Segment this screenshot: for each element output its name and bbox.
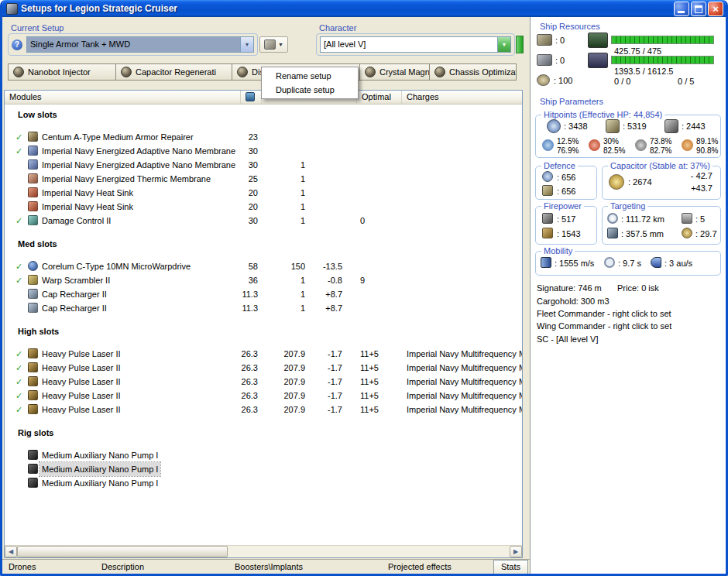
speed-icon xyxy=(541,257,551,268)
scrollbar-thumb[interactable] xyxy=(17,546,228,557)
cpu-bar xyxy=(611,36,714,44)
subsystem-tab-label: Crystal Magnifi xyxy=(379,67,430,77)
tab-stats[interactable]: Stats xyxy=(493,560,528,574)
em-shield-resist: 12.5% xyxy=(557,137,579,146)
thermal-armor-resist: 82.5% xyxy=(603,146,625,155)
em-resist-icon xyxy=(542,139,554,151)
turret-hardpoints-value: : 0 xyxy=(555,36,565,45)
scroll-left-button[interactable]: ◀ xyxy=(5,546,17,557)
close-button[interactable]: × xyxy=(708,2,723,16)
menu-item-duplicate-setup[interactable]: Duplicate setup xyxy=(262,83,358,97)
module-row[interactable]: Imperial Navy Heat Sink201 xyxy=(5,200,522,214)
cpu-column-header[interactable] xyxy=(241,91,262,104)
turret-hardpoints-icon xyxy=(537,34,552,46)
slot-group-label: Low slots xyxy=(5,105,522,130)
menu-item-rename-setup[interactable]: Rename setup xyxy=(262,69,358,83)
setup-select-arrow-icon[interactable]: ▼ xyxy=(240,37,253,52)
active-check-icon: ✓ xyxy=(15,144,26,158)
align-time-value: : 9.7 s xyxy=(618,259,641,268)
targeting-range-icon xyxy=(607,213,618,224)
module-name: Medium Auxiliary Nano Pump I xyxy=(42,476,158,490)
setup-select[interactable]: Single Armor Tank + MWD ▼ xyxy=(26,36,254,53)
module-name: Heavy Pulse Laser II xyxy=(42,389,121,403)
module-row[interactable]: ✓Heavy Pulse Laser II26.3207.9-1.711+5Im… xyxy=(5,347,522,361)
horizontal-scrollbar[interactable]: ◀ ▶ xyxy=(5,545,522,557)
window-body: Current Setup ? Single Armor Tank + MWD … xyxy=(2,17,726,574)
module-row[interactable]: ✓Corelum C-Type 10MN MicroWarpdrive58150… xyxy=(5,259,522,273)
module-row[interactable]: ✓Centum A-Type Medium Armor Repairer23 xyxy=(5,130,522,144)
tab-projected-effects[interactable]: Projected effects xyxy=(388,562,452,571)
module-row[interactable]: Cap Recharger II11.31+8.7 xyxy=(5,287,522,301)
module-name: Damage Control II xyxy=(42,214,111,228)
character-select[interactable]: [All level V] ▼ xyxy=(320,36,511,53)
targeting-group: Targeting : 111.72 km : 5 : 357.5 mm : 2… xyxy=(602,206,721,245)
module-row[interactable]: ✓Heavy Pulse Laser II26.3207.9-1.711+5Im… xyxy=(5,375,522,389)
module-name: Cap Recharger II xyxy=(42,301,107,315)
kinetic-shield-resist: 73.8% xyxy=(650,137,671,146)
subsystem-icon xyxy=(237,67,248,77)
module-row[interactable]: Imperial Navy Energized Thermic Membrane… xyxy=(5,172,522,186)
character-select-arrow-icon[interactable]: ▼ xyxy=(497,37,510,52)
active-check-icon: ✓ xyxy=(15,214,26,228)
module-row[interactable]: Medium Auxiliary Nano Pump I xyxy=(5,462,522,476)
maximize-icon xyxy=(695,5,702,13)
structure-hp-icon xyxy=(664,119,678,133)
titlebar[interactable]: Setups for Legion Strategic Cruiser × xyxy=(2,0,726,17)
module-row[interactable]: ✓Imperial Navy Energized Adaptive Nano M… xyxy=(5,144,522,158)
tab-description[interactable]: Description xyxy=(101,562,144,571)
slot-group-label: High slots xyxy=(5,315,522,347)
module-row[interactable]: ✓Damage Control II3010 xyxy=(5,214,522,228)
subsystem-tab-nanobot-injector[interactable]: Nanobot Injector xyxy=(8,63,116,81)
explosive-armor-resist: 90.8% xyxy=(696,146,718,155)
rig-icon xyxy=(28,464,38,474)
drone-bandwidth-value: 0 / 5 xyxy=(678,77,694,86)
module-row[interactable]: ✓Heavy Pulse Laser II26.3207.9-1.711+5Im… xyxy=(5,361,522,375)
minimize-button[interactable] xyxy=(674,2,689,16)
tab-drones[interactable]: Drones xyxy=(9,562,36,571)
setup-tools-button[interactable]: ▼ xyxy=(259,36,288,53)
maximize-button[interactable] xyxy=(691,2,706,16)
help-icon[interactable]: ? xyxy=(12,39,22,50)
col-cpu-value: 30 xyxy=(202,144,258,158)
module-row[interactable]: Medium Auxiliary Nano Pump I xyxy=(5,448,522,462)
fleet-commander-text[interactable]: Fleet Commander - right click to set xyxy=(537,309,671,318)
module-row[interactable]: ✓Heavy Pulse Laser II26.3207.9-1.711+5Im… xyxy=(5,389,522,403)
rig-icon xyxy=(28,450,38,460)
module-row[interactable]: ✓Warp Scrambler II361-0.89 xyxy=(5,273,522,287)
subsystem-tab-label: Nanobot Injector xyxy=(28,67,91,77)
col-optimal-value: 11+5 xyxy=(360,403,379,417)
charges-column-header[interactable]: Charges xyxy=(402,91,522,104)
module-row[interactable]: Imperial Navy Energized Adaptive Nano Me… xyxy=(5,158,522,172)
scan-res-value: : 357.5 mm xyxy=(621,229,664,238)
hitpoints-group: Hitpoints (Effective HP: 44,854) : 3438 … xyxy=(535,115,721,158)
adaptive-membrane-icon xyxy=(28,159,38,170)
heat-sink-icon xyxy=(28,187,38,197)
modules-column-header[interactable]: Modules xyxy=(5,91,241,104)
col-cap-value: -13.5 xyxy=(288,259,342,273)
module-name: Imperial Navy Heat Sink xyxy=(42,200,133,214)
col-cap-value: -0.8 xyxy=(288,273,342,287)
module-row[interactable]: ✓Heavy Pulse Laser II26.3207.9-1.711+5Im… xyxy=(5,403,522,417)
wing-commander-text[interactable]: Wing Commander - right click to set xyxy=(537,321,671,331)
scroll-right-button[interactable]: ▶ xyxy=(510,546,522,557)
volley-value: : 517 xyxy=(557,214,575,224)
scrollbar-track[interactable] xyxy=(17,546,510,557)
kinetic-armor-resist: 82.7% xyxy=(650,146,671,155)
tab-boosters-implants[interactable]: Boosters\Implants xyxy=(235,562,303,571)
module-name: Centum A-Type Medium Armor Repairer xyxy=(42,130,194,144)
subsystem-tab-label: Chassis Optimization xyxy=(449,67,517,77)
subsystem-tab-capacitor-regeneration[interactable]: Capacitor Regenerati xyxy=(116,63,232,81)
subsystem-tab-chassis-optimization[interactable]: Chassis Optimization xyxy=(430,63,517,81)
module-row[interactable]: Imperial Navy Heat Sink201 xyxy=(5,186,522,200)
warp-speed-value: : 3 au/s xyxy=(664,259,692,268)
targeting-group-label: Targeting xyxy=(608,201,647,211)
charges-column-label: Charges xyxy=(407,92,439,101)
optimal-column-header[interactable]: Optimal xyxy=(357,91,402,104)
col-cap-value: +8.7 xyxy=(288,301,342,315)
skill-level-indicator xyxy=(516,36,524,53)
active-check-icon: ✓ xyxy=(15,259,26,273)
subsystem-tab-crystal-magnifier[interactable]: Crystal Magnifi xyxy=(360,63,430,81)
squad-commander-text: SC - [All level V] xyxy=(537,334,598,344)
module-row[interactable]: Cap Recharger II11.31+8.7 xyxy=(5,301,522,315)
module-row[interactable]: Medium Auxiliary Nano Pump I xyxy=(5,476,522,490)
